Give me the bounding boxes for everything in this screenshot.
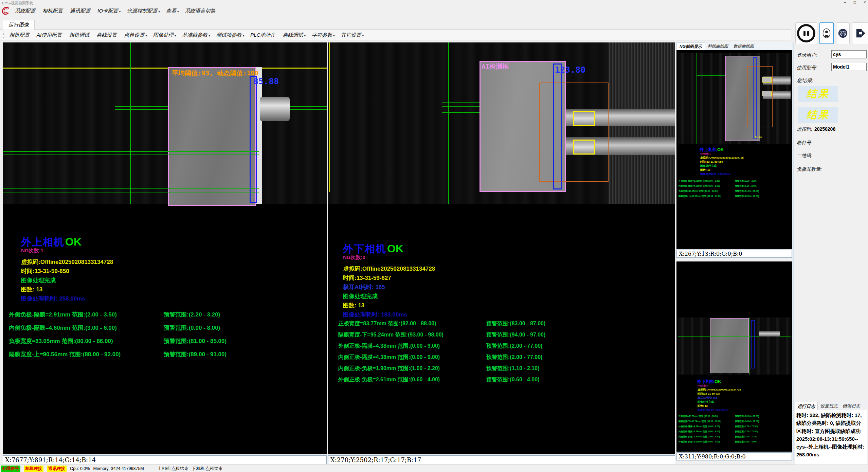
thumb2-coord-bar: X:311;Y:980;R:0;G:0;B:0 — [676, 452, 792, 460]
measurement-text: 外侧正极-隔膜=4.38mm 范围:(0.00 - 9.00) — [679, 425, 720, 428]
toolbar-item[interactable]: 其它设置▾ — [338, 32, 367, 38]
thumb-measurements: 正极宽度=83.77mm 范围:(82.00 - 88.00) 预警范围:(83… — [676, 415, 792, 446]
measurement-text: 隔膜宽度-上=90.56mm 范围:(88.00 - 92.00) — [679, 195, 721, 198]
right-camera-view[interactable]: AI检测框 123.80 外下相机OK NG次数:0 虚拟码:Offline20… — [328, 42, 675, 454]
toolbar-item[interactable]: 字符参数▾ — [309, 32, 338, 38]
toolbar-item[interactable]: 离线调试▾ — [280, 32, 309, 38]
mid-coord-bar: X:270;Y:2502;R:17;G:17;B:17 — [328, 455, 675, 464]
tab-error-log[interactable]: 错误日志 — [840, 402, 863, 410]
toolbar-item[interactable]: PLC地址库 — [247, 32, 279, 38]
warn-range-text: 预警范围:(2.00 - 77.00) — [486, 354, 542, 361]
warn-range-text: 预警范围:(2.00 - 77.00) — [735, 425, 758, 428]
process-done: 图像处理完成 — [21, 276, 113, 285]
measurement-text: 内侧正极-负极=1.90mm 范围:(1.00 - 2.20) — [338, 365, 440, 372]
menu-item[interactable]: 系统配置 — [12, 8, 39, 14]
right-measurement-list: 正极宽度=83.77mm 范围:(82.00 - 88.00) 预警范围:(83… — [328, 320, 675, 387]
model-input[interactable] — [831, 63, 867, 71]
warn-range-text: 预警范围:(2.00 - 77.00) — [735, 430, 758, 433]
result-box-1: 结果 — [798, 86, 838, 102]
pause-button[interactable] — [795, 22, 817, 44]
chevron-down-icon: ▾ — [158, 10, 160, 13]
chevron-down-icon: ▾ — [209, 34, 210, 37]
measure-value-label: 123.80 — [555, 65, 585, 75]
measurement-text: 隔膜宽度-下=95.24mm 范围:(93.00 - 98.00) — [679, 420, 721, 423]
toolbar-item[interactable]: 测试项参数▾ — [213, 32, 248, 38]
tab-data-curve[interactable]: 数据曲线图 — [731, 42, 757, 50]
left-coord-bar: X:7677;Y:891;R:14;G:14;B:14 — [3, 455, 327, 464]
virtual-code: 虚拟码:Offline20250208133134728 — [21, 257, 113, 267]
menu-item[interactable]: 系统语言切换 — [182, 8, 219, 14]
close-icon[interactable]: × — [864, 0, 866, 5]
virtual-code: 虚拟码:Offline20250208133134728 — [343, 264, 435, 273]
ng-thumbnail-top[interactable]: 85.88 外上相机OK NG次数:1 虚拟码:Offline202502081… — [676, 50, 792, 249]
left-camera-view[interactable]: 平均阈值:93, 动态阈值:100 85.88 外上相机OK NG次数:1 虚拟… — [3, 42, 327, 454]
menu-item[interactable]: 光源控制配置▾ — [124, 8, 163, 14]
exit-button[interactable] — [852, 22, 868, 44]
tab-line-curve[interactable]: 料线曲线图 — [705, 42, 731, 50]
tab-run-image[interactable]: 运行图像 — [3, 20, 35, 30]
login-user-input[interactable] — [831, 50, 867, 58]
measurement-row: 隔膜宽度-下=95.24mm 范围:(93.00 - 98.00) 预警范围:(… — [328, 331, 675, 343]
measurement-row: 正极宽度=83.77mm 范围:(82.00 - 88.00) 预警范围:(83… — [676, 415, 792, 420]
toolbar-item[interactable]: 相机调试 — [66, 32, 93, 38]
measure-box-blue — [250, 76, 257, 203]
menu-item[interactable]: 通讯配置 — [67, 8, 94, 14]
process-elapsed: 图像处理耗时: 183.00ms — [343, 310, 435, 319]
thumb-measurements: 外侧负极-隔膜=2.91mm 范围:(2.00 - 3.50) 预警范围:(2.… — [676, 180, 792, 200]
tab-ng-screenshot[interactable]: NG截图显示 — [676, 42, 705, 50]
thumb-image — [678, 317, 791, 375]
toolbar-item[interactable]: 相机配置 — [6, 32, 34, 38]
cpu-usage: Cpu: 0.0% — [70, 466, 90, 471]
menu-bar: 系统配置 相机配置 通讯配置 IO卡配置▾ 光源控制配置▾ 查看▾ 系统语言切换 — [0, 5, 868, 16]
measurement-text: 隔膜宽度-上=90.56mm 范围:(88.00 - 92.00) — [9, 350, 121, 358]
log-content[interactable]: 耗时: 222, 缺陷检测耗时: 17, 缺陷分类耗时: 0, 缺陷提取分区耗时… — [795, 410, 867, 471]
tab-settings-log[interactable]: 设置日志 — [818, 402, 840, 410]
thumb-count: 图数: 13 — [700, 168, 710, 172]
thumb-ng-count: NG次数:0 — [698, 384, 708, 387]
result-ok: OK — [65, 236, 82, 248]
menu-item[interactable]: 查看▾ — [163, 8, 182, 14]
thumb-ng-count: NG次数:1 — [700, 152, 711, 156]
thumb-done: 图像处理完成 — [700, 164, 717, 168]
user-group-button[interactable] — [836, 22, 850, 44]
measurement-row: 内侧正极-隔膜=4.38mm 范围:(0.00 - 9.00) 预警范围:(2.… — [676, 430, 792, 435]
ng-thumbnail-bottom[interactable]: 外下相机OK NG次数:0 虚拟码:Offline202502081331347… — [676, 261, 792, 452]
thumb-time: 时间:13-31-59-650 — [700, 160, 723, 164]
panel-splitter[interactable] — [793, 42, 794, 460]
toolbar-item[interactable]: 基准线参数▾ — [179, 32, 213, 38]
ai-box-label: AI检测框 — [482, 62, 509, 71]
toolbar-item[interactable]: AI使用配置 — [34, 32, 66, 38]
measurement-row: 负极宽度=83.05mm 范围:(80.00 - 86.00) 预警范围:(81… — [3, 337, 327, 350]
measurement-row: 正极宽度=83.77mm 范围:(82.00 - 88.00) 预警范围:(83… — [328, 320, 675, 331]
minimize-icon[interactable]: – — [844, 0, 846, 5]
warn-range-text: 预警范围:(89.00 - 91.00) — [735, 195, 759, 198]
menu-item[interactable]: IO卡配置▾ — [94, 8, 124, 14]
measurement-text: 外侧负极-隔膜=2.91mm 范围:(2.00 - 3.50) — [679, 180, 720, 183]
menu-item[interactable]: 相机配置 — [39, 8, 67, 14]
warn-range-text: 预警范围:(83.00 - 87.00) — [486, 320, 545, 327]
thumb-tiny-label: 85.88 — [755, 136, 762, 139]
measurement-text: 正极宽度=83.77mm 范围:(82.00 - 88.00) — [338, 320, 436, 327]
process-elapsed: 图像处理耗时: 258.00ms — [21, 294, 113, 303]
upper-camera-status: 上相机:点检结束 — [158, 466, 188, 472]
maximize-icon[interactable]: □ — [854, 0, 856, 5]
measurement-text: 内侧正极-隔膜=4.38mm 范围:(0.00 - 9.00) — [679, 430, 720, 433]
app-window: CYS-视觉检测系统 – □ × 系统配置 相机配置 通讯配置 IO卡配置▾ 光… — [0, 0, 868, 472]
toolbar-item[interactable]: 离线设置 — [93, 32, 121, 38]
user-button[interactable] — [819, 22, 834, 44]
toolbar-item[interactable]: 图像处理▾ — [150, 32, 179, 38]
tab-run-log[interactable]: 运行日志 — [795, 402, 818, 410]
comm-connect-badge: 通讯连接 — [47, 466, 67, 472]
warn-range-text: 预警范围:(83.00 - 87.00) — [735, 415, 759, 418]
result-box-2: 结果 — [798, 107, 838, 123]
toolbar-item[interactable]: 点检设置▾ — [121, 32, 150, 38]
warn-range-text: 预警范围:(89.00 - 91.00) — [164, 350, 227, 358]
measurement-row: 内侧负极-隔膜=4.60mm 范围:(3.00 - 6.00) 预警范围:(0.… — [3, 324, 327, 337]
ai-detect-box-left — [168, 67, 256, 206]
chevron-down-icon: ▾ — [177, 10, 179, 13]
chevron-down-icon: ▾ — [362, 34, 364, 37]
measurement-row: 外侧正极-负极=2.61mm 范围:(0.60 - 4.00) 预警范围:(0.… — [328, 376, 675, 387]
measurement-text: 内侧负极-隔膜=4.60mm 范围:(3.00 - 6.00) — [679, 185, 720, 188]
thumb-elapsed: 图像处理耗时: 183.00ms — [698, 408, 728, 412]
measurement-text: 正极宽度=83.77mm 范围:(82.00 - 88.00) — [679, 415, 718, 418]
